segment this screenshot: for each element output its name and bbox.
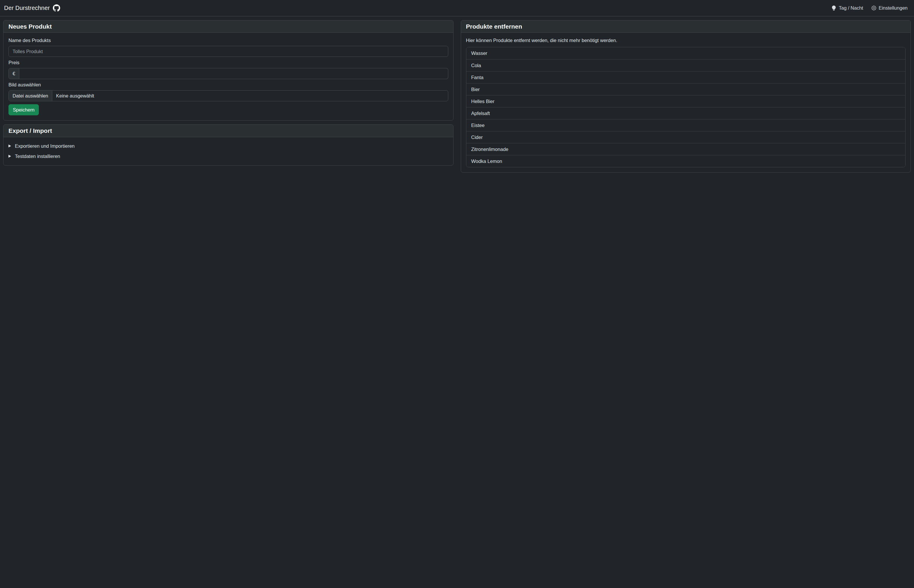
product-name-input[interactable]	[8, 46, 448, 57]
product-list-item[interactable]: Wodka Lemon	[466, 155, 906, 167]
remove-products-card: Produkte entfernen Hier können Produkte …	[461, 20, 911, 173]
product-list-item[interactable]: Eistee	[466, 119, 906, 131]
product-list-item[interactable]: Cola	[466, 59, 906, 71]
triangle-right-icon	[8, 155, 11, 158]
currency-prefix: €	[8, 68, 19, 79]
export-import-card-body: Exportieren und Importieren Testdaten in…	[3, 137, 453, 165]
remove-products-description: Hier können Produkte entfernt werden, di…	[466, 38, 906, 43]
triangle-right-icon	[8, 145, 11, 147]
brand-group: Der Durstrechner	[4, 4, 60, 12]
file-input[interactable]: Datei auswählen Keine ausgewählt	[8, 90, 448, 101]
theme-toggle[interactable]: Tag / Nacht	[832, 5, 863, 11]
new-product-card-body: Name des Produkts Preis € Bild auswählen…	[3, 33, 453, 120]
navbar: Der Durstrechner Tag / Nacht Einstell	[0, 0, 914, 16]
product-list-item[interactable]: Fanta	[466, 71, 906, 83]
export-import-card: Export / Import Exportieren und Importie…	[3, 124, 454, 165]
main-content: Neues Produkt Name des Produkts Preis € …	[0, 16, 914, 173]
new-product-card: Neues Produkt Name des Produkts Preis € …	[3, 20, 454, 121]
gear-icon	[871, 6, 876, 11]
new-product-card-title: Neues Produkt	[3, 21, 453, 33]
price-input[interactable]	[19, 68, 448, 79]
lightbulb-icon	[832, 6, 836, 11]
left-column: Neues Produkt Name des Produkts Preis € …	[3, 20, 454, 166]
testdata-summary[interactable]: Testdaten installieren	[8, 152, 448, 160]
remove-products-card-title: Produkte entfernen	[461, 21, 911, 33]
file-choose-button[interactable]: Datei auswählen	[9, 90, 52, 101]
right-column: Produkte entfernen Hier können Produkte …	[461, 20, 911, 173]
product-list-item[interactable]: Wasser	[466, 47, 906, 59]
product-name-label: Name des Produkts	[8, 38, 448, 43]
settings-link[interactable]: Einstellungen	[871, 5, 908, 11]
save-button[interactable]: Speichern	[8, 104, 39, 115]
price-input-group: €	[8, 68, 448, 79]
export-import-summary-label: Exportieren und Importieren	[15, 143, 75, 149]
price-label: Preis	[8, 60, 448, 65]
export-import-card-title: Export / Import	[3, 125, 453, 137]
product-list-item[interactable]: Helles Bier	[466, 95, 906, 107]
product-list-item[interactable]: Apfelsaft	[466, 107, 906, 119]
product-list-item[interactable]: Cider	[466, 131, 906, 143]
theme-toggle-label: Tag / Nacht	[839, 5, 863, 11]
settings-link-label: Einstellungen	[878, 5, 908, 11]
product-list: Wasser Cola Fanta Bier Helles Bier Apfel…	[466, 47, 906, 167]
product-list-item[interactable]: Zitronenlimonade	[466, 143, 906, 155]
product-list-item[interactable]: Bier	[466, 83, 906, 95]
navbar-actions: Tag / Nacht Einstellungen	[832, 5, 908, 11]
export-import-summary[interactable]: Exportieren und Importieren	[8, 142, 448, 150]
remove-products-card-body: Hier können Produkte entfernt werden, di…	[461, 33, 911, 172]
app-title: Der Durstrechner	[4, 5, 50, 11]
file-status-text: Keine ausgewählt	[52, 90, 98, 101]
github-icon[interactable]	[53, 4, 60, 12]
image-label: Bild auswählen	[8, 82, 448, 87]
testdata-summary-label: Testdaten installieren	[15, 153, 60, 159]
